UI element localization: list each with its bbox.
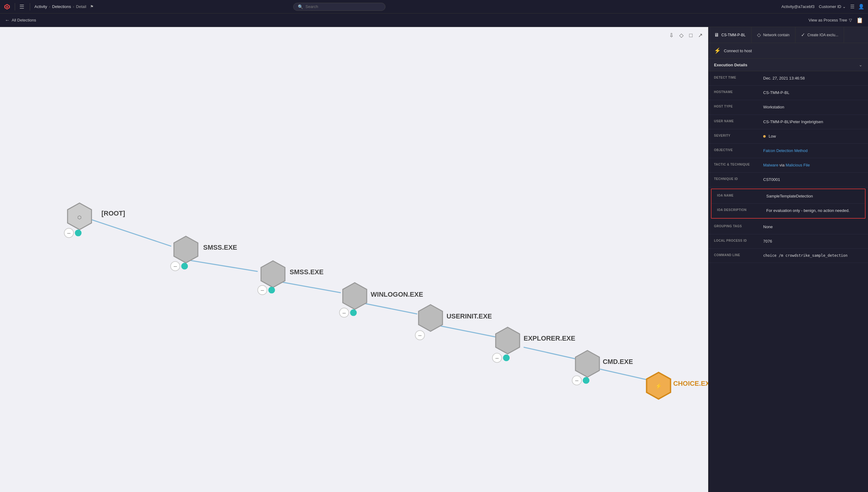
- svg-text:WINLOGON.EXE: WINLOGON.EXE: [371, 291, 423, 298]
- top-navigation: ☰ Activity › Detections › Detail ⚑ 🔍 Act…: [0, 0, 868, 14]
- grouping-tags-value: None: [763, 224, 773, 230]
- view-process-tree-label: View as Process Tree: [809, 18, 847, 22]
- breadcrumb-activity[interactable]: Activity: [34, 4, 47, 9]
- diamond-icon: ◇: [757, 32, 761, 38]
- monitor-icon: 🖥: [714, 32, 719, 38]
- svg-line-8: [524, 347, 577, 359]
- severity-dot-icon: [763, 135, 766, 138]
- svg-text:−: −: [575, 377, 579, 385]
- detect-time-label: DETECT TIME: [714, 76, 763, 79]
- svg-text:SMSS.EXE: SMSS.EXE: [203, 244, 237, 251]
- command-line-label: COMMAND LINE: [714, 253, 763, 257]
- svg-point-39: [503, 354, 510, 361]
- svg-text:−: −: [67, 229, 71, 237]
- tactic-value: Malware via Malicious File: [763, 163, 810, 168]
- customer-id-chevron: ⌄: [843, 4, 846, 9]
- explorer-node[interactable]: EXPLORER.EXE −: [492, 327, 576, 363]
- svg-point-30: [350, 309, 357, 316]
- connect-to-host-button[interactable]: ⚡ Connect to host: [708, 43, 868, 59]
- breadcrumb-detections[interactable]: Detections: [52, 4, 71, 9]
- svg-text:USERINIT.EXE: USERINIT.EXE: [447, 312, 492, 320]
- grouping-tags-label: GROUPING TAGS: [714, 224, 763, 228]
- svg-text:−: −: [495, 354, 499, 362]
- search-bar[interactable]: 🔍: [293, 3, 385, 11]
- svg-point-25: [268, 287, 275, 294]
- main-layout: ⇩ ◇ □ ↗ ⬡ [ROOT] −: [0, 27, 868, 492]
- tab-network-contain[interactable]: ◇ Network contain: [751, 27, 795, 43]
- detail-technique-id: TECHNIQUE ID CST0001: [708, 173, 868, 187]
- breadcrumb: Activity › Detections › Detail ⚑: [34, 4, 94, 9]
- svg-text:CMD.EXE: CMD.EXE: [603, 358, 633, 366]
- tab-cs-tmm-label: CS-TMM-P-BL: [721, 33, 746, 37]
- svg-marker-26: [343, 283, 367, 310]
- userinit-node[interactable]: USERINIT.EXE −: [415, 305, 492, 340]
- ioa-description-value: For evaluation only - benign, no action …: [766, 208, 849, 214]
- detail-local-process-id: LOCAL PROCESS ID 7076: [708, 234, 868, 249]
- detail-user-name: USER NAME CS-TMM-P-BL\Peter Ingebrigtsen: [708, 115, 868, 129]
- detail-rows: DETECT TIME Dec. 27, 2021 13:46:58 HOSTN…: [708, 71, 868, 263]
- winlogon-node[interactable]: WINLOGON.EXE −: [339, 283, 423, 317]
- back-label: All Detections: [12, 18, 36, 22]
- tab-cs-tmm-p-bl[interactable]: 🖥 CS-TMM-P-BL: [708, 27, 751, 43]
- execution-details-header: Execution Details ⌄: [708, 59, 868, 71]
- clipboard-icon[interactable]: 📋: [856, 17, 863, 24]
- execution-details-chevron[interactable]: ⌄: [859, 62, 863, 67]
- host-type-value: Workstation: [763, 104, 784, 110]
- user-name-value: CS-TMM-P-BL\Peter Ingebrigtsen: [763, 119, 823, 125]
- tab-ioa-label: Create IOA exclu...: [807, 33, 839, 37]
- hostname-value: CS-TMM-P-BL: [763, 90, 789, 96]
- svg-marker-16: [174, 236, 198, 263]
- search-icon: 🔍: [298, 4, 303, 9]
- objective-value[interactable]: Falcon Detection Method: [763, 148, 808, 153]
- connect-host-label: Connect to host: [724, 49, 752, 53]
- graph-area: ⇩ ◇ □ ↗ ⬡ [ROOT] −: [0, 27, 708, 492]
- severity-value: Low: [763, 133, 776, 139]
- user-icon[interactable]: 👤: [858, 4, 864, 9]
- detail-ioa-name: IOA NAME SampleTemplateDetection: [711, 189, 865, 204]
- detail-hostname: HOSTNAME CS-TMM-P-BL: [708, 86, 868, 100]
- severity-text: Low: [769, 134, 776, 139]
- svg-marker-35: [496, 327, 520, 354]
- smss2-node[interactable]: SMSS.EXE −: [258, 261, 323, 295]
- svg-line-3: [92, 220, 171, 246]
- back-arrow-icon: ←: [5, 18, 10, 23]
- svg-text:−: −: [260, 287, 264, 294]
- topnav-icons: ☰ 👤: [850, 4, 864, 9]
- process-tree-svg: ⬡ [ROOT] − SMSS.EXE − SMSS.EXE −: [0, 27, 708, 492]
- right-panel: 🖥 CS-TMM-P-BL ◇ Network contain ✓ Create…: [708, 27, 868, 492]
- notifications-icon[interactable]: ☰: [850, 4, 854, 9]
- bookmark-icon[interactable]: ⚑: [90, 4, 94, 9]
- customer-id[interactable]: Customer ID ⌄: [819, 4, 846, 9]
- svg-point-20: [181, 263, 188, 270]
- tab-create-ioa[interactable]: ✓ Create IOA exclu...: [795, 27, 844, 43]
- sub-navigation: ← All Detections View as Process Tree ▽ …: [0, 14, 868, 27]
- detect-time-value: Dec. 27, 2021 13:46:58: [763, 76, 805, 81]
- svg-text:EXPLORER.EXE: EXPLORER.EXE: [524, 335, 576, 342]
- view-process-tree-chevron: ▽: [849, 18, 852, 22]
- hostname-label: HOSTNAME: [714, 90, 763, 94]
- view-process-tree-button[interactable]: View as Process Tree ▽: [809, 18, 852, 22]
- cmd-node[interactable]: CMD.EXE −: [572, 350, 633, 385]
- tactic-malware-link[interactable]: Malware: [763, 163, 778, 167]
- search-input[interactable]: [306, 4, 381, 9]
- svg-marker-40: [576, 350, 600, 377]
- detail-grouping-tags: GROUPING TAGS None: [708, 220, 868, 234]
- nav-divider2: [30, 3, 30, 10]
- tactic-malicious-file-link[interactable]: Malicious File: [785, 163, 810, 167]
- smss1-node[interactable]: SMSS.EXE −: [170, 236, 237, 271]
- detail-command-line: COMMAND LINE choice /m crowdstrike_sampl…: [708, 249, 868, 263]
- svg-point-15: [75, 230, 82, 237]
- local-process-id-value: 7076: [763, 239, 772, 244]
- host-type-label: HOST TYPE: [714, 104, 763, 108]
- tab-network-label: Network contain: [763, 33, 790, 37]
- back-button[interactable]: ← All Detections: [5, 18, 36, 23]
- svg-line-5: [274, 281, 341, 293]
- svg-text:−: −: [173, 263, 177, 270]
- objective-label: OBJECTIVE: [714, 148, 763, 152]
- nav-divider: [15, 3, 15, 10]
- menu-icon[interactable]: ☰: [19, 3, 24, 10]
- ioa-name-label: IOA NAME: [717, 194, 766, 197]
- svg-text:⬡: ⬡: [77, 215, 81, 220]
- choice-node[interactable]: ⚡ CHOICE.EXE: [647, 372, 708, 399]
- svg-marker-31: [419, 305, 443, 331]
